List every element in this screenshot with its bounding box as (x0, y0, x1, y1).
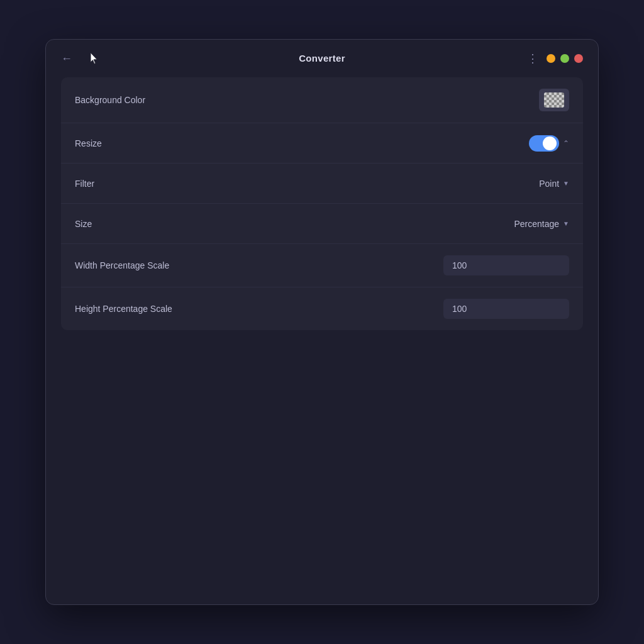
filter-value: Point (539, 179, 559, 189)
close-button[interactable] (574, 54, 583, 63)
titlebar-right: ⋮ (527, 52, 583, 65)
filter-label: Filter (75, 179, 94, 189)
resize-toggle[interactable] (529, 135, 559, 152)
background-color-label: Background Color (75, 95, 145, 105)
resize-label: Resize (75, 138, 102, 148)
filter-row: Filter Point ▼ (61, 164, 583, 204)
titlebar: ← Converter ⋮ (46, 40, 598, 77)
checker-pattern (544, 92, 564, 108)
toggle-slider (529, 135, 559, 152)
cursor-icon (87, 52, 101, 65)
size-dropdown[interactable]: Percentage ▼ (514, 219, 569, 229)
size-dropdown-arrow: ▼ (563, 220, 569, 227)
maximize-button[interactable] (560, 54, 569, 63)
resize-row: Resize ⌃ (61, 123, 583, 164)
resize-expand-icon[interactable]: ⌃ (563, 139, 569, 148)
background-color-row: Background Color (61, 77, 583, 123)
main-content: Background Color Resize ⌃ Filter (46, 77, 598, 604)
height-percentage-input[interactable] (443, 299, 569, 319)
background-color-picker[interactable] (539, 89, 569, 111)
height-percentage-label: Height Percentage Scale (75, 304, 172, 314)
titlebar-left: ← (61, 52, 101, 65)
size-label: Size (75, 219, 92, 229)
window-title: Converter (299, 53, 345, 64)
settings-panel: Background Color Resize ⌃ Filter (61, 77, 583, 330)
back-button[interactable]: ← (61, 52, 72, 65)
app-window: ← Converter ⋮ Background Color (45, 39, 599, 605)
titlebar-center: Converter (299, 53, 345, 64)
menu-button[interactable]: ⋮ (527, 52, 539, 65)
width-percentage-row: Width Percentage Scale (61, 244, 583, 287)
size-value: Percentage (514, 219, 559, 229)
height-percentage-row: Height Percentage Scale (61, 287, 583, 330)
resize-control: ⌃ (529, 135, 569, 152)
minimize-button[interactable] (547, 54, 555, 63)
filter-dropdown[interactable]: Point ▼ (539, 179, 569, 189)
width-percentage-input[interactable] (443, 255, 569, 275)
size-row: Size Percentage ▼ (61, 204, 583, 244)
filter-dropdown-arrow: ▼ (563, 180, 569, 187)
traffic-lights (547, 54, 583, 63)
width-percentage-label: Width Percentage Scale (75, 260, 169, 270)
